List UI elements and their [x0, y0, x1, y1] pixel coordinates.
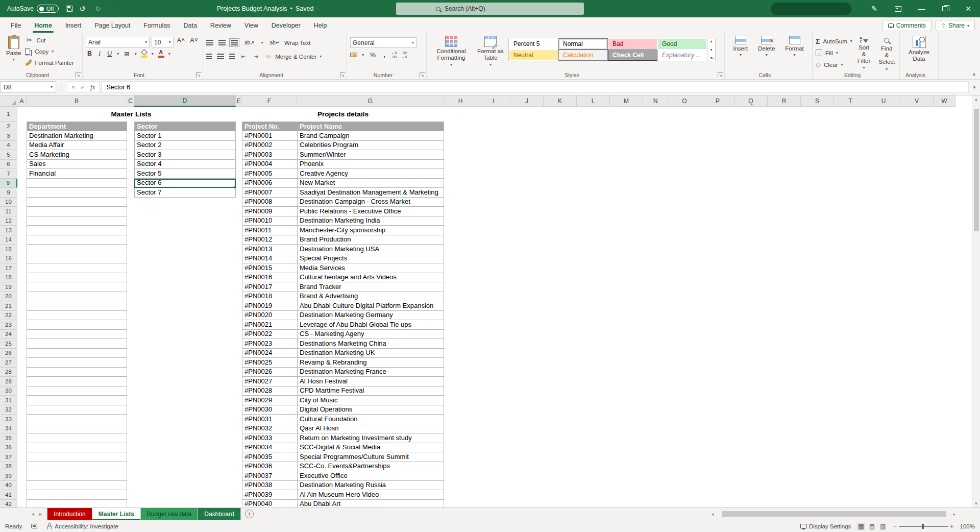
cell-G21[interactable]: Abu Dhabi Culture Digital Platform Expan…	[297, 301, 444, 311]
department-column-header[interactable]: Department	[27, 122, 127, 131]
cell-B4[interactable]: Media Affair	[27, 141, 127, 151]
cell-A25[interactable]	[17, 339, 27, 349]
column-header-G[interactable]: G	[297, 95, 444, 107]
cell-G42[interactable]: Abu Dhabi Art	[297, 500, 444, 508]
cell-A16[interactable]	[17, 254, 27, 264]
cell-style-explanatory-[interactable]: Explanatory ...	[657, 50, 707, 61]
column-header-P[interactable]: P	[701, 95, 734, 107]
row-header-15[interactable]: 15	[0, 245, 17, 254]
cell-D35[interactable]	[134, 433, 236, 443]
cell-D27[interactable]	[134, 358, 236, 368]
restore-button[interactable]	[933, 0, 957, 17]
increase-indent-button[interactable]: ⇥	[252, 54, 259, 59]
cell-A27[interactable]	[17, 358, 27, 368]
row-header-27[interactable]: 27	[0, 358, 17, 368]
copy-button[interactable]: Copy▾	[25, 46, 74, 57]
tab-data[interactable]: Data	[177, 19, 203, 33]
cell-C12[interactable]	[127, 216, 134, 226]
cell-A28[interactable]	[17, 368, 27, 377]
cell-C35[interactable]	[127, 433, 134, 443]
row-header-33[interactable]: 33	[0, 415, 17, 424]
cell-E39[interactable]	[236, 471, 242, 481]
cell-G5[interactable]: Summer/Winter	[297, 150, 444, 160]
row-header-39[interactable]: 39	[0, 471, 17, 481]
cell-D14[interactable]	[134, 235, 236, 245]
cell-G41[interactable]: Al Ain Museum Hero Video	[297, 490, 444, 500]
cell-A3[interactable]	[17, 131, 27, 141]
cell-A20[interactable]	[17, 292, 27, 302]
cell-G23[interactable]: Leverage of Abu Dhabi Global Tie ups	[297, 320, 444, 330]
cell-D21[interactable]	[134, 301, 236, 311]
cell-style-bad[interactable]: Bad	[608, 38, 657, 50]
cell-E40[interactable]	[236, 481, 242, 491]
cell-D13[interactable]	[134, 226, 236, 235]
cell-F22[interactable]: #PN0020	[242, 311, 297, 321]
cell-C10[interactable]	[127, 198, 134, 207]
cell-G32[interactable]: Digital Operations	[297, 405, 444, 415]
cell-G24[interactable]: CS - Marketing Ageny	[297, 330, 444, 340]
cell-style-good[interactable]: Good	[657, 38, 707, 50]
cell-C3[interactable]	[127, 131, 134, 141]
cell-G38[interactable]: SCC-Co. Events&Partnerships	[297, 462, 444, 472]
cell-A11[interactable]	[17, 207, 27, 216]
cell-F10[interactable]: #PN0008	[242, 198, 297, 207]
column-header-Q[interactable]: Q	[734, 95, 768, 107]
cell-A29[interactable]	[17, 377, 27, 386]
row-header-23[interactable]: 23	[0, 320, 17, 330]
cell-D29[interactable]	[134, 377, 236, 386]
cell-D23[interactable]	[134, 320, 236, 330]
row-header-2[interactable]: 2	[0, 122, 17, 131]
cell-A36[interactable]	[17, 443, 27, 453]
column-header-L[interactable]: L	[577, 95, 610, 107]
cell-D38[interactable]	[134, 462, 236, 472]
cell-A32[interactable]	[17, 405, 27, 415]
cell-G15[interactable]: Destination Marketing USA	[297, 245, 444, 254]
cell-G26[interactable]: Destination Marketing UK	[297, 349, 444, 358]
italic-button[interactable]: I	[97, 50, 102, 58]
cell-B31[interactable]	[27, 396, 127, 405]
cell-C9[interactable]	[127, 188, 134, 198]
customize-qat-button[interactable]: ▾̶	[111, 7, 113, 11]
cell-C33[interactable]	[127, 415, 134, 424]
cell-G3[interactable]: Brand Campaign	[297, 131, 444, 141]
clear-button[interactable]: ◇Clear▾	[816, 59, 852, 70]
cell-A22[interactable]	[17, 311, 27, 321]
zoom-slider[interactable]	[899, 526, 948, 527]
styles-gallery-down-button[interactable]: ▼	[709, 48, 713, 52]
cell-C34[interactable]	[127, 424, 134, 434]
fill-color-button[interactable]	[140, 50, 148, 58]
cell-D6[interactable]: Sector 4	[134, 160, 236, 170]
cell-B28[interactable]	[27, 368, 127, 377]
cell-E24[interactable]	[236, 330, 242, 340]
cell-E21[interactable]	[236, 301, 242, 311]
cell-F34[interactable]: #PN0032	[242, 424, 297, 434]
cell-E37[interactable]	[236, 452, 242, 462]
cell-C18[interactable]	[127, 273, 134, 283]
row-header-4[interactable]: 4	[0, 141, 17, 151]
cell-E7[interactable]	[236, 169, 242, 179]
increase-font-size-button[interactable]: A˄	[176, 37, 187, 47]
share-button[interactable]: ⇧Share▾	[936, 20, 975, 31]
row-header-36[interactable]: 36	[0, 443, 17, 453]
cell-D25[interactable]	[134, 339, 236, 349]
column-header-C[interactable]: C	[127, 95, 134, 107]
cell-A34[interactable]	[17, 424, 27, 434]
font-name-select[interactable]: Arial▾	[86, 37, 150, 47]
cell-G8[interactable]: New Market	[297, 179, 444, 188]
cell-D18[interactable]	[134, 273, 236, 283]
cell-F30[interactable]: #PN0028	[242, 386, 297, 396]
cell-C39[interactable]	[127, 471, 134, 481]
row-header-7[interactable]: 7	[0, 169, 17, 179]
cell-E18[interactable]	[236, 273, 242, 283]
cell-D42[interactable]	[134, 500, 236, 508]
cell-C26[interactable]	[127, 349, 134, 358]
column-header-K[interactable]: K	[544, 95, 577, 107]
cell-B14[interactable]	[27, 235, 127, 245]
cell-B33[interactable]	[27, 415, 127, 424]
cell-D7[interactable]: Sector 5	[134, 169, 236, 179]
cell-D5[interactable]: Sector 3	[134, 150, 236, 160]
cell-F4[interactable]: #PN0002	[242, 141, 297, 151]
cell-E30[interactable]	[236, 386, 242, 396]
cell-F29[interactable]: #PN0027	[242, 377, 297, 386]
row-header-16[interactable]: 16	[0, 254, 17, 264]
